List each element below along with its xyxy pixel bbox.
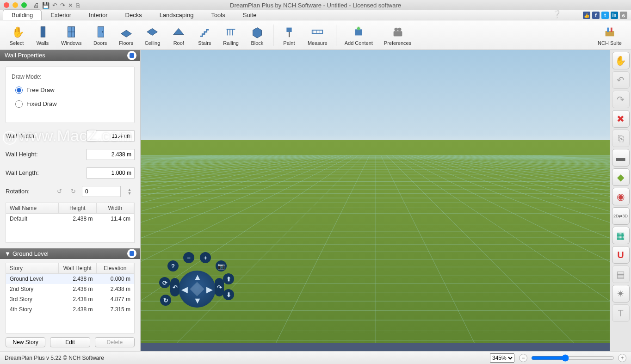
rotate-view-button[interactable]: ↻ bbox=[160, 295, 171, 306]
orbit-left-button[interactable]: ↶ bbox=[170, 278, 179, 296]
help-nav-button[interactable]: ? bbox=[167, 260, 179, 271]
delete-story-button[interactable]: Delete bbox=[95, 337, 135, 347]
ground-level-header[interactable]: ▼Ground Level bbox=[0, 248, 140, 259]
tab-suite[interactable]: Suite bbox=[234, 9, 266, 20]
table-row[interactable]: Ground Level2.438 m0.000 m bbox=[6, 274, 134, 284]
nav-pan-core[interactable]: ▲ ▼ ◀ ▶ bbox=[179, 271, 216, 308]
terrain-icon[interactable]: ◆ bbox=[612, 168, 630, 186]
floors-button[interactable]: Floors bbox=[113, 22, 139, 48]
nch-suite-button[interactable]: NCH Suite bbox=[592, 22, 627, 48]
window-title: DreamPlan Plus by NCH Software - Untitle… bbox=[0, 2, 631, 9]
zoom-in-button[interactable]: + bbox=[618, 354, 626, 362]
cut-icon[interactable]: ✕ bbox=[68, 2, 73, 9]
elev-down-button[interactable]: ⬇ bbox=[223, 289, 234, 300]
zoom-slider[interactable] bbox=[531, 354, 614, 362]
compass-icon[interactable]: ✴ bbox=[612, 285, 630, 302]
walls-button[interactable]: Walls bbox=[30, 22, 56, 48]
stairs-button[interactable]: Stairs bbox=[192, 22, 217, 48]
table-row[interactable]: 4th Story2.438 m7.315 m bbox=[6, 304, 134, 315]
measure-button[interactable]: Measure bbox=[302, 22, 333, 48]
elev-up-button[interactable]: ⬆ bbox=[223, 273, 234, 284]
help-icon[interactable]: ❔ bbox=[552, 10, 562, 19]
doors-button[interactable]: Doors bbox=[87, 22, 113, 48]
table-row[interactable]: Default 2.438 m 11.4 cm bbox=[6, 214, 134, 224]
like-icon[interactable]: 👍 bbox=[583, 12, 590, 19]
tab-exterior[interactable]: Exterior bbox=[42, 9, 80, 20]
rotate-cw-button[interactable]: ↻ bbox=[68, 186, 78, 197]
fixed-draw-radio[interactable]: Fixed Draw bbox=[15, 100, 129, 108]
copy-icon: ⎘ bbox=[612, 130, 630, 147]
svg-point-7 bbox=[102, 31, 103, 32]
tab-decks[interactable]: Decks bbox=[117, 9, 151, 20]
wall-height-input[interactable] bbox=[87, 149, 135, 160]
twitter-icon[interactable]: t bbox=[601, 12, 609, 19]
delete-icon[interactable]: ✖ bbox=[612, 110, 630, 128]
facebook-icon[interactable]: f bbox=[592, 12, 600, 19]
windows-button[interactable]: Windows bbox=[56, 22, 87, 48]
wall-width-input[interactable] bbox=[87, 130, 135, 142]
preferences-button[interactable]: Preferences bbox=[378, 22, 417, 48]
svg-rect-22 bbox=[355, 29, 362, 35]
free-draw-radio[interactable]: Free Draw bbox=[15, 86, 129, 94]
2d3d-icon[interactable]: 2D⇄3D bbox=[612, 207, 630, 225]
print-icon[interactable]: 🖨 bbox=[33, 2, 39, 9]
rotation-input[interactable] bbox=[82, 186, 121, 197]
wall-properties-header[interactable]: Wall Properties bbox=[0, 50, 140, 61]
tab-landscaping[interactable]: Landscaping bbox=[151, 9, 203, 20]
share-icon[interactable]: ⎋ bbox=[620, 12, 627, 19]
copy-icon[interactable]: ⎘ bbox=[76, 2, 80, 9]
redo-icon[interactable]: ↷ bbox=[60, 2, 65, 9]
pan-right-icon[interactable]: ▶ bbox=[206, 284, 213, 295]
grid-icon[interactable]: ▦ bbox=[612, 227, 630, 244]
addcontent-icon bbox=[351, 25, 366, 39]
svg-rect-28 bbox=[606, 31, 614, 36]
rotation-stepper[interactable]: ▲▼ bbox=[124, 186, 135, 197]
tab-interior[interactable]: Interior bbox=[80, 9, 116, 20]
hand-icon[interactable]: ✋ bbox=[612, 52, 630, 69]
save-icon[interactable]: 💾 bbox=[42, 2, 49, 9]
table-row[interactable]: 3rd Story2.438 m4.877 m bbox=[6, 294, 134, 304]
camera-button[interactable]: 📷 bbox=[216, 260, 227, 271]
shapes-icon[interactable]: ◉ bbox=[612, 188, 630, 205]
select-button[interactable]: ✋Select bbox=[4, 22, 30, 48]
panel-collapse-button[interactable] bbox=[127, 249, 136, 258]
titlebar: 🖨 💾 ↶ ↷ ✕ ⎘ DreamPlan Plus by NCH Softwa… bbox=[0, 0, 631, 10]
wall-length-input[interactable] bbox=[87, 167, 135, 179]
add-content-button[interactable]: Add Content bbox=[339, 22, 378, 48]
viewport-3d[interactable]: ▲ ▼ ◀ ▶ − + ? 📷 ⟳ ⬆ ⬇ ↻ ↶ ↷ bbox=[141, 50, 610, 351]
snap-icon[interactable]: U bbox=[612, 246, 630, 264]
orbit-button[interactable]: ⟳ bbox=[159, 277, 170, 288]
railing-button[interactable]: Railing bbox=[217, 22, 244, 48]
pan-down-icon[interactable]: ▼ bbox=[193, 296, 202, 306]
tab-tools[interactable]: Tools bbox=[202, 9, 234, 20]
zoom-in-button[interactable]: + bbox=[200, 252, 211, 263]
orbit-right-button[interactable]: ↷ bbox=[215, 278, 224, 296]
close-window[interactable] bbox=[4, 2, 9, 8]
edit-story-button[interactable]: Edit bbox=[50, 337, 90, 347]
tab-building[interactable]: Building bbox=[3, 9, 42, 20]
undo-icon: ↶ bbox=[612, 71, 630, 89]
paint-button[interactable]: Paint bbox=[276, 22, 302, 48]
zoom-window[interactable] bbox=[21, 2, 27, 8]
new-story-button[interactable]: New Story bbox=[6, 337, 45, 347]
zoom-select[interactable]: 345% bbox=[490, 353, 514, 363]
ceiling-button[interactable]: Ceiling bbox=[139, 22, 166, 48]
panel-collapse-button[interactable] bbox=[127, 51, 136, 60]
wall3d-icon[interactable]: ▬ bbox=[612, 149, 630, 167]
prefs-icon bbox=[390, 25, 405, 39]
undo-icon[interactable]: ↶ bbox=[52, 2, 57, 9]
table-row[interactable]: 2nd Story2.438 m2.438 m bbox=[6, 284, 134, 294]
railing-icon bbox=[223, 25, 238, 39]
linkedin-icon[interactable]: in bbox=[611, 12, 618, 19]
rotate-ccw-button[interactable]: ↺ bbox=[54, 186, 64, 197]
svg-point-27 bbox=[398, 27, 402, 31]
roof-button[interactable]: Roof bbox=[166, 22, 192, 48]
minimize-window[interactable] bbox=[12, 2, 18, 8]
zoom-out-button[interactable]: − bbox=[183, 252, 194, 263]
sidebar: Wall Properties Draw Mode: Free Draw Fix… bbox=[0, 50, 141, 351]
block-button[interactable]: Block bbox=[244, 22, 270, 48]
zoom-out-button[interactable]: − bbox=[519, 354, 527, 362]
pan-left-icon[interactable]: ◀ bbox=[181, 284, 188, 295]
wall-table: Wall Name Height Width Default 2.438 m 1… bbox=[6, 203, 135, 243]
pan-up-icon[interactable]: ▲ bbox=[193, 272, 202, 282]
